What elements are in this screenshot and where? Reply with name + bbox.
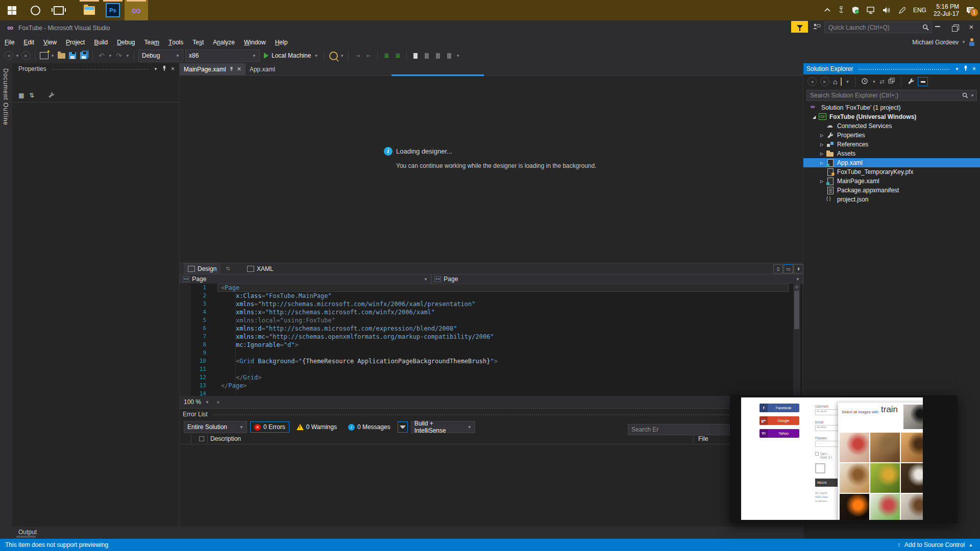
navigate-forward-button[interactable]: ► xyxy=(21,51,31,60)
menu-analyze[interactable]: Analyze xyxy=(208,36,239,48)
solution-explorer-item[interactable]: ▷Properties xyxy=(803,131,980,140)
solution-explorer-item[interactable]: ▷References xyxy=(803,140,980,149)
error-list-search-input[interactable]: Search Er xyxy=(628,424,730,435)
indent-decrease-button[interactable]: ≣ xyxy=(382,51,391,60)
close-icon[interactable]: × xyxy=(171,65,175,72)
run-target-dropdown[interactable]: ▼ xyxy=(314,54,318,58)
platform-dropdown[interactable]: x86▼ xyxy=(185,49,260,62)
scrollbar-thumb[interactable] xyxy=(794,285,799,329)
solution-explorer-item[interactable]: Package.appxmanifest xyxy=(803,186,980,195)
solution-explorer-item[interactable]: project.json xyxy=(803,195,980,204)
collapsed-arrow-icon[interactable]: ▷ xyxy=(818,179,826,184)
new-project-dropdown[interactable]: ▼ xyxy=(51,54,55,58)
back-button[interactable]: ◄ xyxy=(807,77,817,86)
home-button[interactable]: ⌂ xyxy=(833,78,837,86)
search-options-dropdown[interactable]: ▼ xyxy=(970,93,974,98)
file-column-header[interactable]: File xyxy=(698,435,708,442)
pin-icon[interactable] xyxy=(162,65,167,72)
feedback-icon[interactable] xyxy=(813,23,821,30)
yahoo-login-button[interactable]: Y!Yahoo xyxy=(760,429,799,438)
undo-button[interactable]: ↶ xyxy=(97,51,106,60)
window-position-dropdown[interactable]: ▼ xyxy=(955,67,959,71)
save-all-button[interactable] xyxy=(79,51,88,60)
start-button[interactable] xyxy=(0,0,23,20)
warnings-filter-button[interactable]: 0 Warnings xyxy=(292,421,341,433)
tab-app-xaml[interactable]: App.xaml xyxy=(246,63,279,75)
scroll-left-arrow[interactable]: ◄ xyxy=(215,399,220,405)
terms-link[interactable]: IGN User xyxy=(815,495,828,498)
preview-selected-items-button[interactable] xyxy=(918,77,928,86)
solution-explorer-item[interactable]: FoxTube_TemporaryKey.pfx xyxy=(803,167,980,177)
redo-button[interactable]: ↷ xyxy=(114,51,124,60)
pin-icon[interactable] xyxy=(229,66,234,73)
menu-window[interactable]: Window xyxy=(239,36,271,48)
solution-explorer-item[interactable]: ◢FoxTube (Universal Windows) xyxy=(803,112,980,121)
step-into-button[interactable]: ⇥ xyxy=(353,51,362,60)
network-display-icon[interactable] xyxy=(867,7,875,14)
breadcrumb-left[interactable]: <> Page ▼ xyxy=(180,274,431,284)
navigate-back-dropdown[interactable]: ▼ xyxy=(15,54,19,58)
notification-flag-button[interactable] xyxy=(791,21,808,33)
language-indicator[interactable]: ENG xyxy=(913,7,926,14)
clock[interactable]: 5:16 PM 22-Jul-17 xyxy=(934,3,959,17)
menu-file[interactable]: File xyxy=(0,36,19,48)
xaml-designer-pane[interactable]: i Loading designer... You can continue w… xyxy=(180,75,802,263)
captcha-image-dessert-glass[interactable] xyxy=(870,433,900,462)
vertical-split-button[interactable]: ▯ xyxy=(773,264,783,273)
new-project-button[interactable] xyxy=(39,51,48,60)
xaml-view-tab[interactable]: XAML xyxy=(243,263,278,274)
volume-icon[interactable] xyxy=(883,7,891,14)
toolbar-overflow-button[interactable]: ▼ xyxy=(456,54,460,58)
captcha-image-coffee-cup-cookie[interactable] xyxy=(901,494,923,520)
window-position-dropdown[interactable]: ▼ xyxy=(154,67,158,71)
solution-explorer-item[interactable]: ▷MainPage.xaml xyxy=(803,177,980,186)
collapse-all-button[interactable] xyxy=(888,78,895,86)
horizontal-split-button[interactable]: ▭ xyxy=(783,264,793,273)
solution-explorer-item[interactable]: ▷Assets xyxy=(803,149,980,158)
captcha-image-breakfast-plate[interactable] xyxy=(840,463,869,493)
captcha-checkbox[interactable] xyxy=(815,463,825,473)
action-center-button[interactable]: 1 xyxy=(966,7,975,14)
design-view-tab[interactable]: Design xyxy=(184,263,220,274)
cortana-button[interactable] xyxy=(23,0,47,20)
navigate-back-button[interactable]: ◄ xyxy=(4,51,13,60)
vertical-scrollbar[interactable] xyxy=(793,284,800,396)
error-source-dropdown[interactable]: Build + IntelliSense▼ xyxy=(411,421,475,433)
filter-button[interactable] xyxy=(398,421,408,433)
pin-icon[interactable] xyxy=(963,65,968,72)
captcha-image-coffee-beans-cup[interactable] xyxy=(901,463,923,493)
menu-help[interactable]: Help xyxy=(271,36,292,48)
close-icon[interactable]: × xyxy=(972,65,976,72)
messages-filter-button[interactable]: i 0 Messages xyxy=(344,421,395,433)
xaml-code-editor[interactable]: 1<Page2 x:Class="FoxTube.MainPage"3 xmln… xyxy=(180,284,802,396)
error-scope-dropdown[interactable]: Entire Solution▼ xyxy=(184,421,247,433)
switch-views-button[interactable] xyxy=(841,78,842,85)
refresh-button[interactable]: ⇄ xyxy=(879,78,885,85)
floating-browser-window[interactable]: fFacebookg+GoogleY!Yahoo Usernam dr dool… xyxy=(730,395,958,523)
configuration-dropdown[interactable]: Debug▼ xyxy=(138,49,183,62)
swap-panes-button[interactable]: ↑↓ xyxy=(226,265,229,271)
previous-bookmark-button[interactable] xyxy=(422,51,431,60)
collapse-pane-button[interactable]: ⇟ xyxy=(794,264,803,273)
google-login-button[interactable]: g+Google xyxy=(760,416,799,425)
save-button[interactable] xyxy=(68,51,77,60)
menu-tools[interactable]: Tools xyxy=(164,36,188,48)
categorized-button[interactable]: ▦ xyxy=(18,92,24,99)
captcha-image-salad[interactable] xyxy=(870,463,900,493)
menu-debug[interactable]: Debug xyxy=(112,36,139,48)
facebook-login-button[interactable]: fFacebook xyxy=(760,404,799,412)
menu-edit[interactable]: Edit xyxy=(19,36,39,48)
add-item-button[interactable] xyxy=(57,51,66,60)
start-debugging-button[interactable]: Local Machine ▼ xyxy=(262,50,320,61)
restore-button[interactable] xyxy=(947,22,962,35)
pending-changes-filter-button[interactable] xyxy=(861,78,868,86)
pen-icon[interactable] xyxy=(898,7,906,14)
tab-mainpage-xaml[interactable]: MainPage.xaml ✕ xyxy=(180,63,246,75)
close-button[interactable]: × xyxy=(964,20,979,33)
account-area[interactable]: Michael Gordeev ▼ xyxy=(912,38,980,46)
error-list-title-bar[interactable]: Error List xyxy=(180,409,802,420)
alphabetical-sort-button[interactable]: ⇅ xyxy=(29,92,34,99)
document-outline-tab[interactable]: Document Outline xyxy=(2,68,9,126)
collapsed-arrow-icon[interactable]: ▷ xyxy=(818,161,826,165)
collapsed-arrow-icon[interactable]: ▷ xyxy=(818,152,826,156)
